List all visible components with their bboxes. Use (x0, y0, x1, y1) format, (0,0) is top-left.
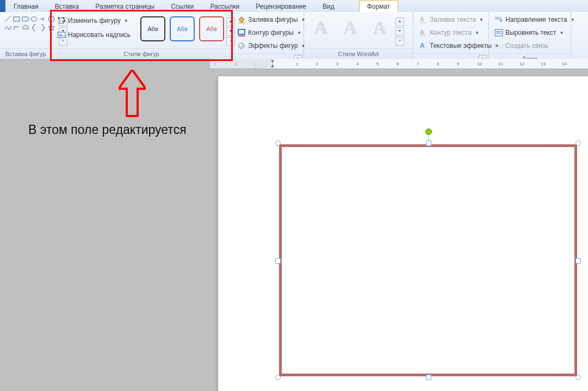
group-text-format: A Заливка текста▼ A Контур текста▼ A Тек… (413, 12, 489, 59)
shape-arrow-icon[interactable] (39, 15, 46, 22)
resize-handle-br[interactable] (575, 375, 581, 380)
tab-view[interactable]: Вид (314, 0, 343, 12)
svg-text:6: 6 (397, 62, 399, 66)
tab-layout[interactable]: Разметка страницы (87, 0, 163, 12)
svg-text:4: 4 (356, 62, 359, 66)
group-text: IIA Направление текста▼ Выровнять текст▼… (489, 12, 571, 59)
rotation-handle[interactable] (425, 129, 432, 135)
text-fill-button[interactable]: A Заливка текста▼ (417, 14, 486, 25)
group-label-shape-styles: Стили фигур (52, 48, 231, 59)
group-insert-shapes: ▴ ▾ ▿ Вставка фигур (0, 12, 52, 59)
svg-text:IIA: IIA (495, 16, 500, 20)
wordart-style-3[interactable]: A (366, 14, 393, 41)
text-effects-label: Текстовые эффекты (430, 42, 492, 50)
svg-text:10: 10 (477, 62, 482, 66)
svg-rect-14 (238, 35, 245, 36)
shape-effects-button[interactable]: Эффекты фигур▼ (235, 40, 307, 51)
wordart-gallery-nav: ▴ ▾ ▿ (395, 17, 404, 46)
resize-handle-t[interactable] (426, 140, 431, 146)
svg-rect-20 (419, 35, 426, 36)
shape-freeform-icon[interactable] (4, 24, 11, 31)
resize-handle-bl[interactable] (275, 375, 281, 380)
text-direction-icon: IIA (494, 15, 503, 24)
shape-outline-button[interactable]: Контур фигуры▼ (235, 27, 304, 38)
svg-text:11: 11 (498, 62, 503, 66)
tab-references[interactable]: Ссылки (163, 0, 202, 12)
edit-shape-icon (57, 16, 66, 25)
svg-rect-13 (238, 29, 245, 34)
shapes-gallery[interactable] (3, 14, 57, 33)
svg-text:13: 13 (541, 62, 546, 66)
shape-rectangle[interactable] (279, 144, 577, 376)
shape-line-icon[interactable] (4, 15, 11, 22)
shape-brace-icon[interactable] (30, 24, 38, 31)
shape-fill-button[interactable]: Заливка фигуры▼ (235, 14, 308, 25)
svg-rect-1 (14, 17, 20, 21)
shape-brace2-icon[interactable] (39, 24, 46, 31)
svg-text:7: 7 (417, 62, 419, 66)
shape-style-3[interactable]: Абв (199, 16, 224, 41)
shape-style-1[interactable]: Абв (140, 16, 165, 41)
tab-insert[interactable]: Вставка (47, 0, 88, 12)
resize-handle-r[interactable] (575, 258, 581, 264)
svg-rect-18 (419, 22, 426, 23)
text-outline-icon: A (419, 28, 428, 37)
effects-icon (237, 41, 246, 50)
textbox-icon: A (57, 30, 66, 39)
svg-point-15 (239, 43, 244, 48)
selected-shape[interactable] (275, 140, 581, 380)
create-link-label: Создать связь (505, 42, 548, 50)
shape-style-2[interactable]: Абв (170, 16, 195, 41)
group-wordart-styles: A A A ▴ ▾ ▿ Стили WordArt (304, 12, 413, 59)
tab-home[interactable]: Главная (5, 0, 47, 12)
svg-text:3: 3 (336, 62, 339, 66)
shape-cloud-icon[interactable] (22, 24, 29, 31)
edit-shape-button[interactable]: Изменить фигуру ▼ (55, 15, 133, 26)
ribbon-tabs: Главная Вставка Разметка страницы Ссылки… (0, 0, 588, 13)
group-shape-format: Заливка фигуры▼ Контур фигуры▼ Эффекты ф… (232, 12, 304, 59)
wordart-scroll-up[interactable]: ▴ (395, 17, 404, 26)
text-direction-button[interactable]: IIA Направление текста▼ (492, 14, 577, 25)
text-fill-label: Заливка текста (430, 16, 476, 23)
svg-rect-43 (210, 59, 271, 69)
create-link-button[interactable]: Создать связь (492, 40, 550, 51)
svg-text:A: A (420, 29, 424, 35)
resize-handle-l[interactable] (275, 258, 281, 264)
resize-handle-tl[interactable] (275, 140, 281, 146)
file-tab-edge[interactable] (0, 0, 5, 12)
shape-elbow-icon[interactable] (13, 24, 20, 31)
wordart-style-2[interactable]: A (337, 14, 364, 41)
shape-roundrect-icon[interactable] (22, 15, 29, 22)
resize-handle-tr[interactable] (575, 140, 581, 146)
svg-text:2: 2 (316, 62, 319, 66)
text-effects-icon: A (419, 41, 428, 50)
svg-text:9: 9 (457, 62, 460, 66)
svg-text:1: 1 (296, 62, 299, 66)
tab-mailings[interactable]: Рассылки (202, 0, 247, 12)
shape-ellipse-icon[interactable] (30, 15, 38, 22)
draw-textbox-label: Нарисовать надпись (68, 31, 131, 39)
word-window: Главная Вставка Разметка страницы Ссылки… (0, 0, 588, 391)
wordart-more[interactable]: ▿ (395, 37, 404, 46)
shape-rect-icon[interactable] (13, 15, 20, 22)
edit-shape-label: Изменить фигуру (68, 17, 121, 25)
group-shape-styles: Изменить фигуру ▼ A Нарисовать надпись А… (52, 12, 232, 59)
svg-rect-2 (22, 17, 28, 21)
tab-format[interactable]: Формат (359, 0, 399, 12)
tab-review[interactable]: Рецензирование (247, 0, 314, 12)
draw-textbox-button[interactable]: A Нарисовать надпись (55, 29, 133, 40)
align-text-icon (494, 28, 503, 37)
resize-handle-b[interactable] (426, 375, 431, 380)
wordart-scroll-down[interactable]: ▾ (395, 27, 404, 36)
svg-marker-6 (59, 18, 65, 23)
text-fill-icon: A (419, 15, 428, 24)
horizontal-ruler[interactable]: 121 123 456 789 101112 1314 (210, 59, 588, 69)
pen-outline-icon (237, 28, 246, 37)
group-label-insert-shapes: Вставка фигур (0, 48, 51, 59)
svg-text:8: 8 (437, 62, 440, 66)
svg-point-7 (58, 17, 60, 19)
text-direction-label: Направление текста (505, 16, 567, 23)
wordart-style-1[interactable]: A (307, 14, 335, 41)
text-outline-button[interactable]: A Контур текста▼ (417, 27, 481, 38)
align-text-button[interactable]: Выровнять текст▼ (492, 27, 566, 38)
